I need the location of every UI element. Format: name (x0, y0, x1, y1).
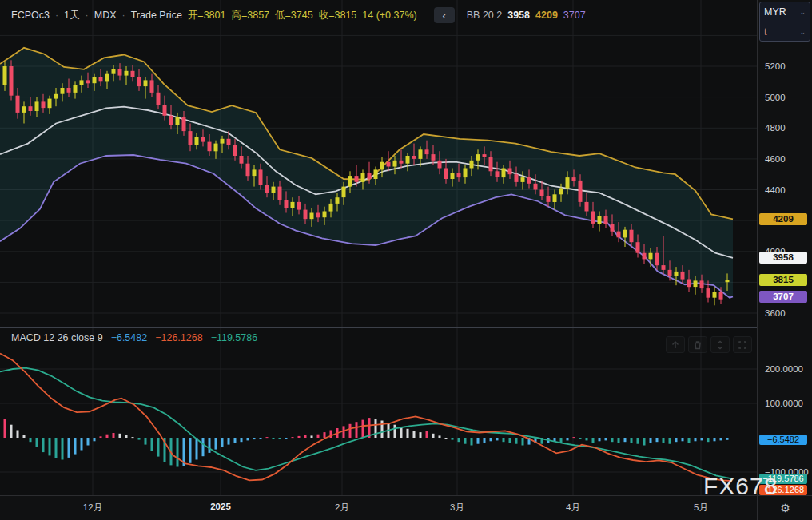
bollinger-band-layer (0, 48, 733, 298)
exchange-label: MDX (94, 10, 117, 21)
price-tick: 4600 (765, 154, 786, 164)
time-axis-label: 2月 (335, 502, 349, 514)
chart-canvas[interactable] (0, 0, 757, 495)
close-value: 收=3815 (319, 9, 357, 22)
price-tick: 4400 (765, 185, 786, 195)
macd-legend: MACD 12 26 close 9 −6.5482 −126.1268 −11… (11, 332, 257, 343)
bb-indicator-label: BB 20 2 (467, 10, 502, 21)
time-axis[interactable]: 12月20252月3月4月5月 (0, 495, 757, 520)
price-value-badge: 3815 (759, 274, 807, 286)
time-axis-label: 2025 (210, 502, 231, 511)
trading-chart-app: FCPOc3 · 1天 · MDX · Trade Price 开=3801 高… (0, 0, 812, 520)
currency-value: MYR (764, 6, 786, 18)
chevron-down-icon: ⌄ (799, 8, 806, 16)
move-pane-up-button[interactable] (666, 336, 685, 353)
maximize-pane-button[interactable] (733, 336, 752, 353)
currency-unit-box: MYR ⌄ t ⌄ (759, 2, 810, 42)
macd-line-value: −126.1268 (155, 332, 202, 343)
collapse-icon (714, 339, 726, 351)
symbol-name: FCPOc3 (11, 10, 50, 21)
time-axis-label: 3月 (450, 502, 464, 514)
low-value: 低=3745 (275, 9, 313, 22)
interval-label: 1天 (64, 9, 79, 22)
unit-dropdown[interactable]: t ⌄ (760, 22, 810, 41)
time-axis-label: 5月 (694, 502, 708, 514)
bb-upper-value: 4209 (535, 10, 558, 21)
delete-pane-button[interactable] (688, 336, 707, 353)
macd-histogram-value: −6.5482 (111, 332, 148, 343)
macd-lines-layer (0, 354, 732, 482)
time-axis-label: 12月 (83, 502, 102, 514)
arrow-up-icon (670, 339, 681, 351)
watermark-fx678: FX678 (703, 473, 778, 500)
collapse-pane-button[interactable] (710, 336, 730, 353)
macd-signal-value: −119.5786 (211, 332, 258, 343)
maximize-icon (737, 339, 748, 351)
open-value: 开=3801 (188, 9, 226, 22)
price-value-badge: 3707 (759, 291, 807, 303)
price-tick: 5000 (765, 93, 786, 102)
change-value: 14 (+0.37%) (362, 10, 416, 21)
chevron-down-icon: ⌄ (799, 28, 806, 36)
currency-dropdown[interactable]: MYR ⌄ (760, 2, 810, 22)
trash-icon (692, 339, 703, 351)
macd-toolbar (666, 336, 752, 353)
price-tick: 4800 (765, 123, 786, 133)
series-type-label: Trade Price (131, 10, 182, 21)
bb-basis-value: 3958 (508, 10, 530, 21)
price-value-badge: 4209 (759, 213, 807, 225)
macd-tick: 200.0000 (765, 364, 803, 374)
macd-tick: 100.0000 (765, 399, 803, 408)
symbol-legend: FCPOc3 · 1天 · MDX · Trade Price 开=3801 高… (11, 7, 586, 23)
back-button[interactable]: ‹ (434, 7, 455, 23)
price-tick: 5200 (765, 62, 786, 71)
price-value-badge: 3958 (759, 252, 807, 264)
unit-value: t (764, 26, 766, 38)
time-axis-label: 4月 (566, 502, 580, 514)
gear-icon: ⚙ (780, 502, 790, 514)
price-axis[interactable]: MYR ⌄ t ⌄ 520050004800460044004000360020… (757, 0, 812, 520)
bb-lower-value: 3707 (563, 10, 586, 21)
pane-separator[interactable] (0, 327, 812, 328)
price-tick: 3600 (765, 308, 786, 318)
macd-indicator-label: MACD 12 26 close 9 (11, 332, 103, 343)
macd-value-badge: −6.5482 (759, 435, 807, 445)
high-value: 高=3857 (231, 9, 269, 22)
